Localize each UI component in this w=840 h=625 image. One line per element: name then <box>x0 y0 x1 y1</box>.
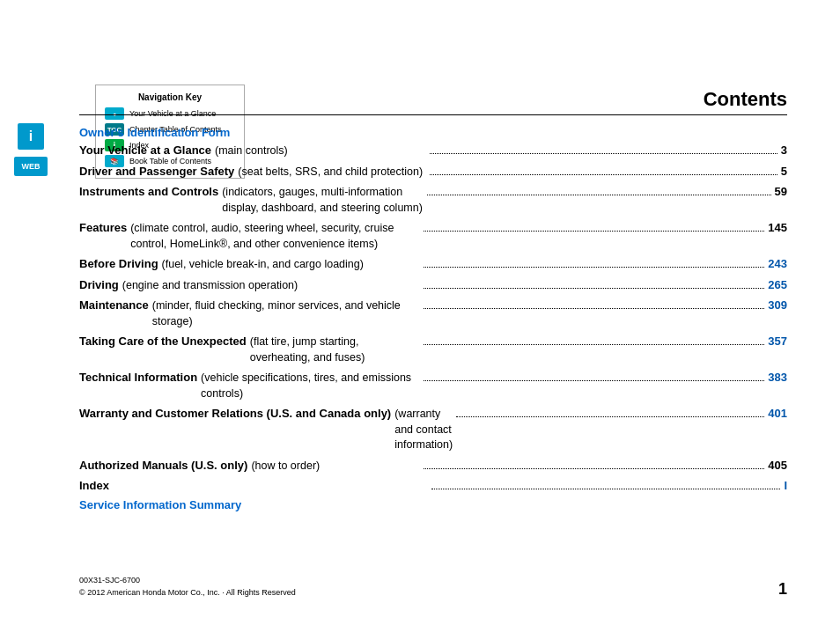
toc-page: I <box>784 478 787 494</box>
toc-title: Driver and Passenger Safety <box>79 164 234 180</box>
toc-row: Authorized Manuals (U.S. only) (how to o… <box>79 458 787 474</box>
toc-dots <box>424 380 764 381</box>
sidebar: i WEB <box>0 123 62 176</box>
toc-title: Instruments and Controls <box>79 184 218 200</box>
toc-desc: (fuel, vehicle break-in, and cargo loadi… <box>162 257 364 273</box>
toc-title: Authorized Manuals (U.S. only) <box>79 458 247 474</box>
toc-row: Driver and Passenger Safety (seat belts,… <box>79 164 787 180</box>
toc-row: Technical Information (vehicle specifica… <box>79 370 787 401</box>
toc-dots <box>424 267 764 268</box>
toc-page: 59 <box>775 184 787 200</box>
toc-row: Your Vehicle at a Glance (main controls)… <box>79 143 787 159</box>
toc-dots <box>430 174 777 175</box>
toc-desc: (seat belts, SRS, and child protection) <box>238 165 423 180</box>
toc-page: 3 <box>781 143 787 158</box>
contents-header: Contents <box>79 88 787 115</box>
toc-dots <box>424 308 764 309</box>
toc-row: Maintenance (minder, fluid checking, min… <box>79 298 787 329</box>
footer-page: 1 <box>778 580 787 599</box>
contents-title: Contents <box>704 88 787 110</box>
toc-page: 243 <box>768 256 787 272</box>
toc-dots <box>430 153 777 154</box>
toc-dots <box>456 416 764 417</box>
toc-dots <box>431 489 780 489</box>
toc-page: 5 <box>781 164 787 180</box>
toc-desc: (climate control, audio, steering wheel,… <box>130 221 420 252</box>
toc-page: 401 <box>768 406 787 422</box>
toc-page: 309 <box>768 298 787 313</box>
footer-copyright: © 2012 American Honda Motor Co., Inc. · … <box>79 587 296 599</box>
toc-title: Before Driving <box>79 256 158 272</box>
toc-title: Features <box>79 220 127 236</box>
toc-desc: (flat tire, jump starting, overheating, … <box>250 335 420 365</box>
toc-page: 383 <box>768 370 787 386</box>
toc-dots <box>427 195 771 195</box>
toc-page: 265 <box>768 277 787 293</box>
toc-title: Maintenance <box>79 298 149 313</box>
toc-desc: (indicators, gauges, multi-information d… <box>222 185 424 216</box>
toc-title: Taking Care of the Unexpected <box>79 334 247 349</box>
toc-row: Before Driving (fuel, vehicle break-in, … <box>79 256 787 273</box>
toc-dots <box>424 231 764 232</box>
info-icon[interactable]: i <box>18 123 44 150</box>
toc-title: Index <box>79 478 109 494</box>
toc-row: Features (climate control, audio, steeri… <box>79 220 787 252</box>
toc-title: Warranty and Customer Relations (U.S. an… <box>79 406 391 422</box>
footer-code: 00X31-SJC-6700 <box>79 575 296 587</box>
service-info-link[interactable]: Service Information Summary <box>79 498 787 511</box>
toc-title: Driving <box>79 277 119 293</box>
toc-page: 145 <box>768 220 787 236</box>
toc-dots <box>424 288 764 289</box>
toc-title: Your Vehicle at a Glance <box>79 143 211 158</box>
toc-desc: (minder, fluid checking, minor services,… <box>152 298 420 329</box>
web-icon[interactable]: WEB <box>14 157 48 176</box>
toc-dots <box>424 468 764 469</box>
toc-row: Instruments and Controls (indicators, ga… <box>79 184 787 216</box>
toc-row: Warranty and Customer Relations (U.S. an… <box>79 406 787 453</box>
toc-row: Taking Care of the Unexpected (flat tire… <box>79 334 787 365</box>
toc-page: 357 <box>768 334 787 349</box>
toc-container: Your Vehicle at a Glance (main controls)… <box>79 143 787 494</box>
toc-row: IndexI <box>79 478 787 494</box>
owners-id-form-link[interactable]: Owner's Identification Form <box>79 126 787 139</box>
main-content: Contents Owner's Identification Form You… <box>79 88 787 572</box>
toc-desc: (how to order) <box>251 459 320 474</box>
toc-dots <box>424 344 764 345</box>
toc-row: Driving (engine and transmission operati… <box>79 277 787 294</box>
toc-desc: (vehicle specifications, tires, and emis… <box>201 371 420 401</box>
toc-desc: (main controls) <box>215 143 288 159</box>
toc-title: Technical Information <box>79 370 197 386</box>
toc-desc: (warranty and contact information) <box>394 407 453 453</box>
toc-desc: (engine and transmission operation) <box>122 278 298 294</box>
footer: 00X31-SJC-6700 © 2012 American Honda Mot… <box>79 575 787 599</box>
toc-page: 405 <box>768 458 787 474</box>
footer-left: 00X31-SJC-6700 © 2012 American Honda Mot… <box>79 575 296 599</box>
